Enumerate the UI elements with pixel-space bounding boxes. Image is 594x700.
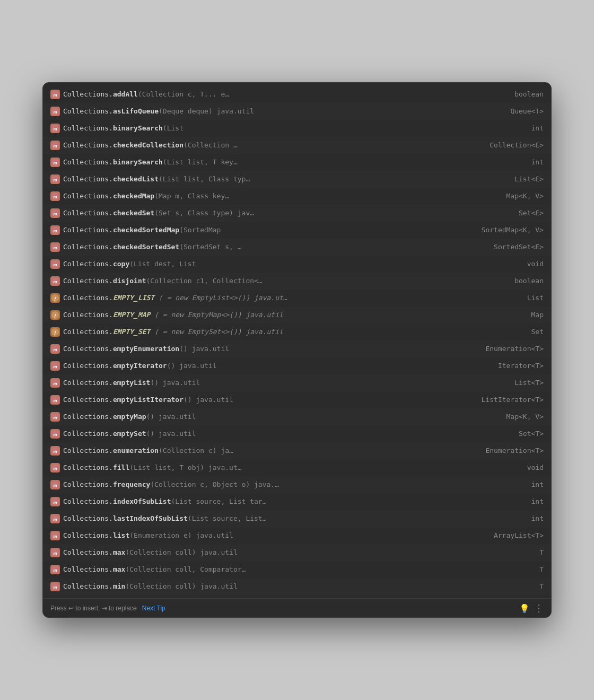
return-type: Map [531,310,544,320]
svg-text:m: m [53,398,57,403]
svg-text:m: m [53,483,57,488]
list-item[interactable]: mCollections.emptyListIterator() java.ut… [43,391,551,408]
list-item[interactable]: mCollections.min(Collection coll) java.u… [43,578,551,595]
item-label: Collections.max(Collection coll) java.ut… [63,547,535,558]
status-actions: 💡 ⋮ [519,602,544,614]
list-item[interactable]: mCollections.checkedList(List list, Clas… [43,171,551,188]
item-label: Collections.checkedSet(Set s, Class type… [63,208,514,218]
item-label: Collections.frequency(Collection c, Obje… [63,479,527,490]
autocomplete-popup: mCollections.addAll(Collection c, T... e… [42,82,552,618]
return-type: List [527,293,544,303]
item-label: Collections.emptyList() java.util [63,378,510,388]
method-icon: m [50,174,60,184]
item-label: Collections.addAll(Collection c, T... e… [63,89,510,100]
list-item[interactable]: mCollections.checkedCollection(Collectio… [43,137,551,154]
return-type: void [527,462,544,473]
item-label: Collections.emptyMap() java.util [63,412,502,422]
list-item[interactable]: mCollections.binarySearch(Listint [43,120,551,137]
svg-text:m: m [53,584,57,590]
status-bar: Press ↩ to insert, ⇥ to replace Next Tip… [43,599,551,617]
svg-text:m: m [53,364,57,369]
return-type: ArrayList<T> [494,530,544,541]
list-item[interactable]: mCollections.max(Collection coll) java.u… [43,544,551,561]
more-options-icon[interactable]: ⋮ [534,602,544,614]
svg-text:m: m [53,500,57,505]
list-item[interactable]: mCollections.copy(List dest, Listvoid [43,256,551,273]
item-label: Collections.checkedMap(Map m, Class key… [63,191,502,202]
return-type: List<E> [514,174,544,185]
list-item[interactable]: fCollections.EMPTY_LIST ( = new EmptyLis… [43,290,551,307]
list-item[interactable]: mCollections.checkedSortedSet(SortedSet … [43,239,551,256]
next-tip-button[interactable]: Next Tip [142,605,165,612]
method-icon: m [50,480,60,489]
return-type: Queue<T> [510,106,544,117]
item-label: Collections.emptyListIterator() java.uti… [63,395,477,405]
svg-text:m: m [53,279,57,284]
return-type: Set [531,327,544,337]
list-item[interactable]: mCollections.fill(List list, T obj) java… [43,459,551,476]
svg-text:m: m [53,126,57,132]
return-type: Map<K, V> [506,191,544,202]
svg-text:m: m [53,211,57,216]
svg-text:m: m [53,449,57,454]
list-item[interactable]: mCollections.emptySet() java.utilSet<T> [43,425,551,442]
bulb-icon: 💡 [519,603,530,614]
method-icon: m [50,361,60,371]
list-item[interactable]: mCollections.max(Collection coll, Compar… [43,561,551,578]
return-type: Collection<E> [490,140,544,151]
list-item[interactable]: mCollections.list(Enumeration e) java.ut… [43,527,551,544]
method-icon: m [50,107,60,116]
list-item[interactable]: mCollections.checkedSet(Set s, Class typ… [43,205,551,222]
return-type: T [539,547,544,558]
list-item[interactable]: mCollections.enumeration(Collection c) j… [43,442,551,459]
method-icon: m [50,497,60,506]
item-label: Collections.lastIndexOfSubList(List sour… [63,513,527,524]
list-item[interactable]: fCollections.EMPTY_MAP ( = new EmptyMap<… [43,307,551,323]
list-item[interactable]: mCollections.indexOfSubList(List source,… [43,493,551,510]
list-item[interactable]: mCollections.emptyList() java.utilList<T… [43,374,551,391]
item-label: Collections.emptySet() java.util [63,428,514,439]
method-icon: m [50,208,60,218]
item-label: Collections.list(Enumeration e) java.uti… [63,530,490,541]
list-item[interactable]: mCollections.binarySearch(List list, T k… [43,154,551,171]
method-icon: m [50,531,60,540]
svg-text:m: m [53,381,57,386]
list-item[interactable]: mCollections.addAll(Collection c, T... e… [43,86,551,103]
method-icon: m [50,446,60,456]
method-icon: m [50,242,60,252]
svg-text:m: m [53,228,57,233]
list-item[interactable]: mCollections.checkedMap(Map m, Class key… [43,188,551,205]
item-label: Collections.EMPTY_SET ( = new EmptySet<>… [63,327,527,337]
svg-text:m: m [53,533,57,539]
return-type: T [539,581,544,592]
method-icon: m [50,276,60,286]
return-type: int [531,157,544,168]
list-item[interactable]: mCollections.emptyMap() java.utilMap<K, … [43,408,551,425]
item-label: Collections.fill(List list, T obj) java.… [63,462,523,473]
svg-text:m: m [53,177,57,182]
list-item[interactable]: mCollections.frequency(Collection c, Obj… [43,476,551,493]
list-item[interactable]: mCollections.disjoint(Collection c1, Col… [43,273,551,290]
item-label: Collections.checkedList(List list, Class… [63,174,510,185]
return-type: Iterator<T> [498,361,544,371]
return-type: SortedMap<K, V> [482,225,544,235]
method-icon: m [50,582,60,591]
list-item[interactable]: mCollections.lastIndexOfSubList(List sou… [43,510,551,527]
completion-list[interactable]: mCollections.addAll(Collection c, T... e… [43,83,551,598]
svg-text:m: m [53,466,57,471]
return-type: boolean [514,276,544,286]
list-item[interactable]: fCollections.EMPTY_SET ( = new EmptySet<… [43,323,551,340]
list-item[interactable]: mCollections.emptyEnumeration() java.uti… [43,340,551,357]
svg-text:m: m [53,415,57,420]
svg-text:m: m [53,517,57,522]
list-item[interactable]: mCollections.checkedSortedMap(SortedMapS… [43,222,551,239]
item-label: Collections.checkedSortedMap(SortedMap [63,225,477,235]
list-item[interactable]: mCollections.emptyIterator() java.utilIt… [43,357,551,374]
svg-text:m: m [53,347,57,352]
list-item[interactable]: mCollections.asLifoQueue(Deque deque) ja… [43,103,551,120]
method-icon: m [50,514,60,523]
method-icon: m [50,90,60,99]
return-type: Set<T> [519,428,544,439]
return-type: int [531,479,544,490]
item-label: Collections.enumeration(Collection c) ja… [63,445,481,456]
